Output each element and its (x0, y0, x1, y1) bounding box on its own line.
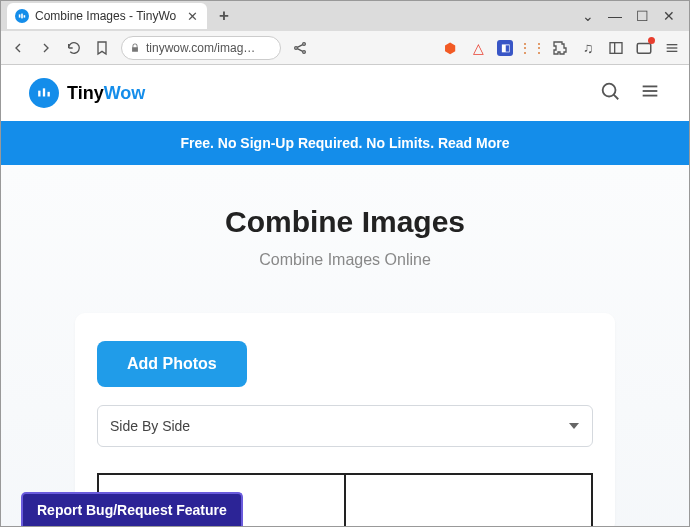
wallet-icon[interactable] (635, 39, 653, 57)
read-more-link[interactable]: Read More (438, 135, 510, 151)
tab-close-icon[interactable]: ✕ (185, 9, 199, 23)
page-title: Combine Images (21, 205, 669, 239)
nav-back-icon[interactable] (9, 39, 27, 57)
banner-text: Free. No Sign-Up Required. No Limits. (180, 135, 437, 151)
brave-triangle-icon[interactable]: △ (469, 39, 487, 57)
svg-rect-0 (19, 14, 21, 17)
site-logo[interactable]: TinyWow (29, 78, 145, 108)
svg-rect-6 (610, 42, 622, 53)
url-bar[interactable]: tinywow.com/imag… (121, 36, 281, 60)
svg-rect-8 (637, 43, 651, 53)
search-icon[interactable] (599, 80, 621, 106)
add-photos-button[interactable]: Add Photos (97, 341, 247, 387)
music-icon[interactable]: ♫ (579, 39, 597, 57)
minimize-icon[interactable]: — (608, 8, 622, 24)
layout-select-wrap: Side By Side (97, 405, 593, 447)
reload-icon[interactable] (65, 39, 83, 57)
browser-tabbar: Combine Images - TinyWo ✕ + ⌄ — ☐ ✕ (1, 1, 689, 31)
tab-title: Combine Images - TinyWo (35, 9, 179, 23)
browser-tab[interactable]: Combine Images - TinyWo ✕ (7, 3, 207, 29)
bookmark-icon[interactable] (93, 39, 111, 57)
preview-cell-right (346, 475, 591, 527)
share-icon[interactable] (291, 39, 309, 57)
svg-point-5 (303, 50, 306, 53)
svg-point-4 (303, 42, 306, 45)
svg-rect-14 (48, 92, 50, 97)
brave-shield-icon[interactable]: ⬢ (441, 39, 459, 57)
ext-blue-icon[interactable]: ◧ (497, 40, 513, 56)
new-tab-button[interactable]: + (213, 5, 235, 27)
promo-banner: Free. No Sign-Up Required. No Limits. Re… (1, 121, 689, 165)
site-header: TinyWow (1, 65, 689, 121)
browser-toolbar: tinywow.com/imag… ⬢ △ ◧ ⋮⋮ ♫ (1, 31, 689, 65)
window-controls: ⌄ — ☐ ✕ (582, 8, 683, 24)
svg-rect-2 (24, 15, 26, 17)
hamburger-icon[interactable] (639, 80, 661, 106)
logo-text: TinyWow (67, 83, 145, 104)
extensions-icon[interactable] (551, 39, 569, 57)
svg-point-15 (603, 84, 616, 97)
menu-icon[interactable] (663, 39, 681, 57)
svg-rect-12 (38, 91, 40, 97)
main-section: Combine Images Combine Images Online Add… (1, 165, 689, 527)
sidebar-icon[interactable] (607, 39, 625, 57)
dropdown-icon[interactable]: ⌄ (582, 8, 594, 24)
svg-rect-13 (43, 88, 45, 96)
logo-icon (29, 78, 59, 108)
report-bug-button[interactable]: Report Bug/Request Feature (21, 492, 243, 526)
page-content: TinyWow Free. No Sign-Up Required. No Li… (1, 65, 689, 527)
close-window-icon[interactable]: ✕ (663, 8, 675, 24)
svg-rect-1 (21, 14, 23, 19)
url-text: tinywow.com/imag… (146, 41, 255, 55)
svg-line-16 (614, 95, 619, 100)
ext-passwords-icon[interactable]: ⋮⋮ (523, 39, 541, 57)
favicon-icon (15, 9, 29, 23)
layout-select[interactable]: Side By Side (97, 405, 593, 447)
lock-icon (130, 43, 140, 53)
svg-point-3 (295, 46, 298, 49)
page-subtitle: Combine Images Online (21, 251, 669, 269)
maximize-icon[interactable]: ☐ (636, 8, 649, 24)
nav-forward-icon[interactable] (37, 39, 55, 57)
